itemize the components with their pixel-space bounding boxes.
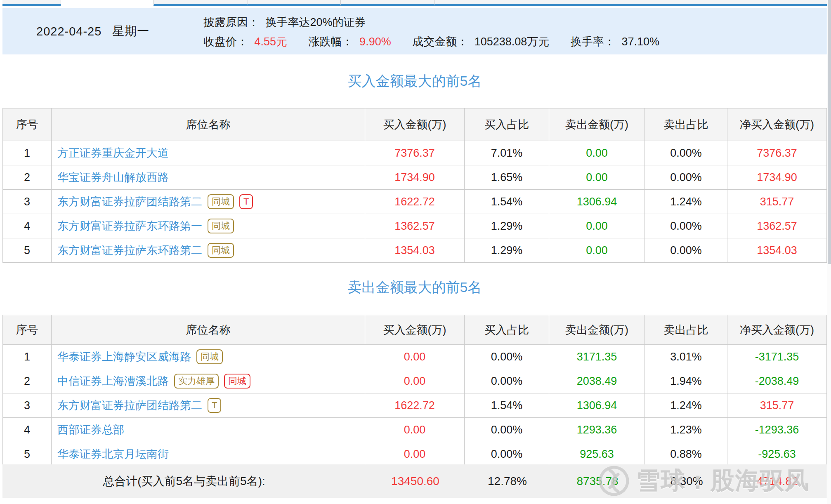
value-cell: 315.77 — [727, 393, 826, 417]
seat-name-cell: 中信证券上海漕溪北路实力雄厚同城 — [52, 369, 365, 393]
buy-section-title: 买入金额最大的前5名 — [2, 54, 827, 108]
close-price-value: 4.55元 — [255, 35, 288, 48]
value-cell: 1.94% — [645, 369, 727, 393]
value-cell: 1306.94 — [549, 190, 645, 214]
seat-link[interactable]: 东方财富证券拉萨东环路第二 — [57, 243, 202, 258]
rank-cell: 2 — [3, 369, 52, 393]
table-header-row: 序号席位名称买入金额(万)买入占比卖出金额(万)卖出占比净买入金额(万) — [3, 108, 826, 141]
tab-4[interactable] — [248, 0, 340, 6]
value-cell: 0.00 — [365, 369, 465, 393]
value-cell: 1.54% — [465, 393, 549, 417]
rank-cell: 4 — [3, 418, 52, 442]
turnover-rate-label: 换手率： — [571, 35, 615, 48]
weekday-text: 星期一 — [112, 23, 149, 40]
value-cell: 0.00 — [365, 442, 465, 466]
seat-link[interactable]: 西部证券总部 — [57, 422, 124, 437]
seat-tag-label: 同城 — [208, 219, 234, 233]
value-cell: 1734.90 — [727, 165, 826, 189]
value-cell: 1362.57 — [365, 214, 465, 238]
close-price-label: 收盘价： — [203, 35, 248, 48]
column-header: 买入占比 — [465, 315, 549, 344]
value-cell: 0.00 — [549, 141, 645, 165]
table-row: 3东方财富证券拉萨团结路第二T1622.721.54%1306.941.24%3… — [3, 393, 826, 418]
table-row: 2华宝证券舟山解放西路1734.901.65%0.000.00%1734.90 — [3, 165, 826, 190]
seat-name-cell: 东方财富证券拉萨东环路第二同城 — [52, 238, 365, 262]
rank-cell: 5 — [3, 238, 52, 262]
tab-2-active[interactable] — [61, 0, 153, 6]
value-cell: 1734.90 — [365, 165, 465, 189]
value-cell: 0.88% — [645, 442, 727, 466]
seat-name-cell: 西部证券总部 — [52, 418, 365, 442]
value-cell: -3171.35 — [727, 345, 826, 369]
metrics-block: 披露原因： 换手率达20%的证券 收盘价： 4.55元 涨跌幅： 9.90% 成… — [203, 13, 678, 51]
seat-link[interactable]: 东方财富证券拉萨团结路第二 — [57, 398, 202, 413]
column-header: 买入金额(万) — [365, 108, 465, 141]
seat-name-cell: 东方财富证券拉萨东环路第一同城 — [52, 214, 365, 238]
lhb-page: 2022-04-25 星期一 披露原因： 换手率达20%的证券 收盘价： 4.5… — [0, 0, 831, 504]
value-cell: 3.01% — [645, 345, 727, 369]
seat-link[interactable]: 方正证券重庆金开大道 — [57, 146, 169, 160]
value-cell: 0.00 — [365, 418, 465, 442]
seat-name-cell: 华泰证券北京月坛南街 — [52, 442, 365, 466]
table-row: 1方正证券重庆金开大道7376.377.01%0.000.00%7376.37 — [3, 141, 826, 165]
seat-link[interactable]: 东方财富证券拉萨团结路第二 — [57, 194, 202, 209]
table-row: 4东方财富证券拉萨东环路第一同城1362.571.29%0.000.00%136… — [3, 214, 826, 238]
value-cell: 3171.35 — [549, 345, 645, 369]
date-text: 2022-04-25 — [36, 25, 102, 38]
value-cell: 7376.37 — [727, 141, 826, 165]
tab-3[interactable] — [153, 0, 248, 6]
value-cell: 1362.57 — [727, 214, 826, 238]
seat-name-cell: 东方财富证券拉萨团结路第二同城T — [52, 190, 365, 214]
value-cell: 0.00% — [645, 238, 727, 262]
seat-link[interactable]: 东方财富证券拉萨东环路第一 — [57, 219, 202, 233]
value-cell: 7.01% — [465, 141, 549, 165]
column-header: 卖出占比 — [645, 108, 727, 141]
value-cell: 0.00% — [465, 418, 549, 442]
column-header: 净买入金额(万) — [727, 315, 826, 344]
value-cell: -2038.49 — [727, 369, 826, 393]
table-row: 5华泰证券北京月坛南街0.000.00%925.630.88%-925.63 — [3, 442, 826, 466]
table-row: 1华泰证券上海静安区威海路同城0.000.00%3171.353.01%-317… — [3, 345, 826, 369]
seat-tag-t: T — [239, 194, 253, 209]
rank-cell: 2 — [3, 165, 52, 189]
value-cell: 7376.37 — [365, 141, 465, 165]
seat-name-cell: 方正证券重庆金开大道 — [52, 141, 365, 165]
rank-cell: 5 — [3, 442, 52, 466]
scrollbar-thumb[interactable] — [828, 0, 831, 264]
seat-link[interactable]: 华泰证券上海静安区威海路 — [57, 349, 191, 364]
grand-total-row: 总合计(买入前5名与卖出前5名): 13450.60 12.78% 8735.7… — [2, 464, 827, 498]
value-cell: 0.00% — [465, 345, 549, 369]
value-cell: 0.00 — [549, 238, 645, 262]
value-cell: 1354.03 — [365, 238, 465, 262]
seat-name-cell: 华泰证券上海静安区威海路同城 — [52, 345, 365, 369]
vertical-scrollbar[interactable] — [827, 0, 831, 504]
seat-link[interactable]: 华泰证券北京月坛南街 — [57, 447, 169, 462]
tab-5[interactable] — [340, 0, 434, 6]
info-header: 2022-04-25 星期一 披露原因： 换手率达20%的证券 收盘价： 4.5… — [2, 8, 827, 54]
rank-cell: 3 — [3, 190, 52, 214]
value-cell: 0.00 — [549, 165, 645, 189]
total-sell-amount: 8735.78 — [550, 464, 645, 498]
tab-bar — [2, 0, 827, 7]
rank-cell: 3 — [3, 393, 52, 417]
tab-strip-rest — [434, 0, 827, 6]
value-cell: 1.24% — [645, 190, 727, 214]
tab-1[interactable] — [2, 0, 61, 6]
value-cell: 0.00 — [365, 345, 465, 369]
seat-tag-label: 同城 — [208, 243, 234, 258]
disclosure-value: 换手率达20%的证券 — [266, 16, 366, 28]
value-cell: 315.77 — [727, 190, 826, 214]
value-cell: -1293.36 — [727, 418, 826, 442]
value-cell: 925.63 — [549, 442, 645, 466]
value-cell: 0.00% — [465, 369, 549, 393]
seat-link[interactable]: 华宝证券舟山解放西路 — [57, 170, 169, 185]
value-cell: 1622.72 — [365, 190, 465, 214]
value-cell: 1306.94 — [549, 393, 645, 417]
column-header: 卖出金额(万) — [549, 315, 645, 344]
total-net-amount: 4714.82 — [728, 464, 827, 498]
seat-link[interactable]: 中信证券上海漕溪北路 — [57, 374, 169, 389]
change-pct-label: 涨跌幅： — [309, 35, 353, 48]
column-header: 序号 — [3, 315, 52, 344]
value-cell: 0.00% — [645, 141, 727, 165]
value-cell: 0.00% — [645, 165, 727, 189]
